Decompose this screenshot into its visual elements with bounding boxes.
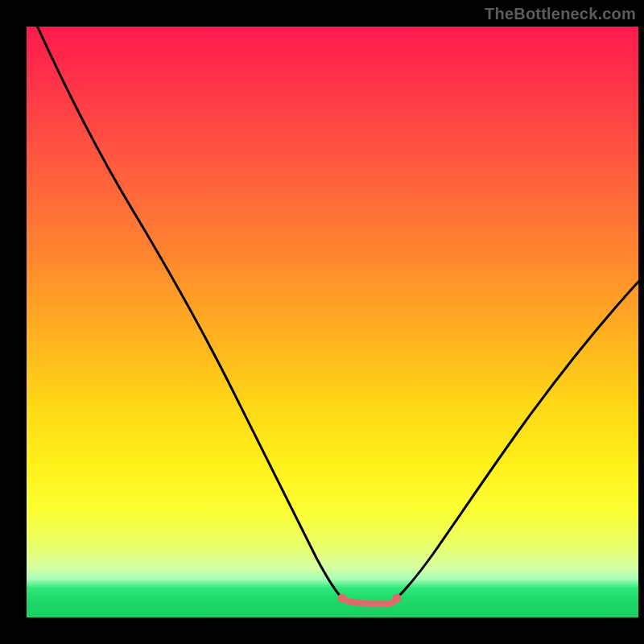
chart-frame: TheBottleneck.com [0, 0, 644, 644]
curve-right-branch [397, 280, 638, 598]
curve-flat-minimum [342, 598, 397, 604]
watermark-text: TheBottleneck.com [485, 5, 636, 23]
curve-left-branch [27, 27, 342, 598]
bottleneck-curve [27, 27, 638, 617]
plot-area [27, 27, 638, 617]
min-end-dot-icon [393, 594, 402, 603]
min-start-dot-icon [338, 594, 347, 603]
